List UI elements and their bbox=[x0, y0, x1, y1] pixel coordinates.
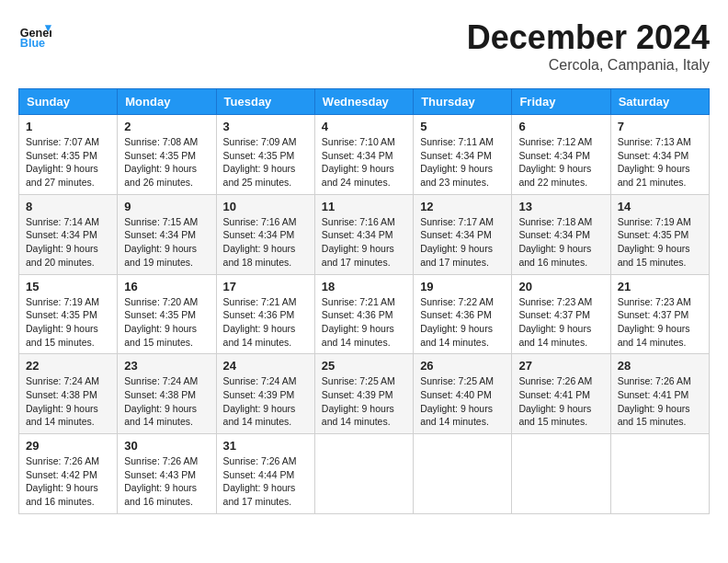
day-info: Sunrise: 7:21 AMSunset: 4:36 PMDaylight:… bbox=[223, 295, 308, 350]
day-info: Sunrise: 7:10 AMSunset: 4:34 PMDaylight:… bbox=[322, 135, 406, 190]
day-cell-22: 22Sunrise: 7:24 AMSunset: 4:38 PMDayligh… bbox=[19, 354, 118, 434]
day-info: Sunrise: 7:12 AMSunset: 4:34 PMDaylight:… bbox=[518, 135, 603, 190]
day-number: 7 bbox=[618, 120, 702, 133]
day-info: Sunrise: 7:11 AMSunset: 4:34 PMDaylight:… bbox=[420, 135, 505, 190]
empty-cell bbox=[314, 434, 413, 514]
day-cell-8: 8Sunrise: 7:14 AMSunset: 4:34 PMDaylight… bbox=[19, 194, 118, 274]
day-cell-17: 17Sunrise: 7:21 AMSunset: 4:36 PMDayligh… bbox=[216, 274, 314, 354]
day-info: Sunrise: 7:08 AMSunset: 4:35 PMDaylight:… bbox=[124, 135, 209, 190]
day-cell-31: 31Sunrise: 7:26 AMSunset: 4:44 PMDayligh… bbox=[216, 434, 314, 514]
day-number: 27 bbox=[518, 359, 603, 373]
day-info: Sunrise: 7:24 AMSunset: 4:39 PMDaylight:… bbox=[223, 374, 308, 429]
day-number: 14 bbox=[618, 200, 702, 213]
title-block: December 2024 Cercola, Campania, Italy bbox=[467, 18, 710, 74]
calendar-week-1: 1Sunrise: 7:07 AMSunset: 4:35 PMDaylight… bbox=[19, 115, 710, 195]
calendar-week-2: 8Sunrise: 7:14 AMSunset: 4:34 PMDaylight… bbox=[19, 194, 710, 274]
day-cell-14: 14Sunrise: 7:19 AMSunset: 4:35 PMDayligh… bbox=[610, 194, 709, 274]
day-header-tuesday: Tuesday bbox=[216, 89, 314, 115]
calendar-week-4: 22Sunrise: 7:24 AMSunset: 4:38 PMDayligh… bbox=[19, 354, 710, 434]
logo-icon: General Blue bbox=[18, 18, 51, 52]
day-number: 22 bbox=[26, 359, 110, 373]
day-cell-24: 24Sunrise: 7:24 AMSunset: 4:39 PMDayligh… bbox=[216, 354, 314, 434]
day-cell-13: 13Sunrise: 7:18 AMSunset: 4:34 PMDayligh… bbox=[512, 194, 610, 274]
day-header-sunday: Sunday bbox=[19, 89, 118, 115]
day-number: 20 bbox=[518, 280, 603, 293]
day-cell-20: 20Sunrise: 7:23 AMSunset: 4:37 PMDayligh… bbox=[512, 274, 610, 354]
day-cell-4: 4Sunrise: 7:10 AMSunset: 4:34 PMDaylight… bbox=[314, 115, 413, 195]
day-number: 26 bbox=[420, 359, 505, 373]
day-number: 1 bbox=[26, 120, 110, 133]
day-info: Sunrise: 7:19 AMSunset: 4:35 PMDaylight:… bbox=[26, 295, 110, 350]
day-info: Sunrise: 7:15 AMSunset: 4:34 PMDaylight:… bbox=[124, 215, 209, 270]
day-cell-29: 29Sunrise: 7:26 AMSunset: 4:42 PMDayligh… bbox=[19, 434, 118, 514]
day-info: Sunrise: 7:13 AMSunset: 4:34 PMDaylight:… bbox=[618, 135, 702, 190]
day-number: 21 bbox=[618, 280, 702, 293]
day-info: Sunrise: 7:25 AMSunset: 4:40 PMDaylight:… bbox=[420, 374, 505, 429]
day-info: Sunrise: 7:24 AMSunset: 4:38 PMDaylight:… bbox=[124, 374, 209, 429]
day-cell-28: 28Sunrise: 7:26 AMSunset: 4:41 PMDayligh… bbox=[610, 354, 709, 434]
day-number: 4 bbox=[322, 120, 406, 133]
day-info: Sunrise: 7:26 AMSunset: 4:41 PMDaylight:… bbox=[518, 374, 603, 429]
logo: General Blue bbox=[18, 18, 55, 52]
day-cell-10: 10Sunrise: 7:16 AMSunset: 4:34 PMDayligh… bbox=[216, 194, 314, 274]
day-info: Sunrise: 7:20 AMSunset: 4:35 PMDaylight:… bbox=[124, 295, 209, 350]
day-info: Sunrise: 7:07 AMSunset: 4:35 PMDaylight:… bbox=[26, 135, 110, 190]
day-number: 5 bbox=[420, 120, 505, 133]
day-cell-27: 27Sunrise: 7:26 AMSunset: 4:41 PMDayligh… bbox=[512, 354, 610, 434]
day-number: 18 bbox=[322, 280, 406, 293]
day-number: 16 bbox=[124, 280, 209, 293]
day-cell-12: 12Sunrise: 7:17 AMSunset: 4:34 PMDayligh… bbox=[414, 194, 512, 274]
day-info: Sunrise: 7:26 AMSunset: 4:43 PMDaylight:… bbox=[124, 454, 209, 509]
day-cell-26: 26Sunrise: 7:25 AMSunset: 4:40 PMDayligh… bbox=[414, 354, 512, 434]
day-cell-11: 11Sunrise: 7:16 AMSunset: 4:34 PMDayligh… bbox=[314, 194, 413, 274]
day-info: Sunrise: 7:17 AMSunset: 4:34 PMDaylight:… bbox=[420, 215, 505, 270]
location: Cercola, Campania, Italy bbox=[467, 57, 710, 74]
day-number: 23 bbox=[124, 359, 209, 373]
day-cell-16: 16Sunrise: 7:20 AMSunset: 4:35 PMDayligh… bbox=[118, 274, 216, 354]
day-cell-18: 18Sunrise: 7:21 AMSunset: 4:36 PMDayligh… bbox=[314, 274, 413, 354]
day-info: Sunrise: 7:18 AMSunset: 4:34 PMDaylight:… bbox=[518, 215, 603, 270]
calendar-table: SundayMondayTuesdayWednesdayThursdayFrid… bbox=[18, 88, 710, 514]
day-info: Sunrise: 7:14 AMSunset: 4:34 PMDaylight:… bbox=[26, 215, 110, 270]
day-info: Sunrise: 7:26 AMSunset: 4:42 PMDaylight:… bbox=[26, 454, 110, 509]
day-number: 9 bbox=[124, 200, 209, 213]
day-cell-6: 6Sunrise: 7:12 AMSunset: 4:34 PMDaylight… bbox=[512, 115, 610, 195]
day-cell-3: 3Sunrise: 7:09 AMSunset: 4:35 PMDaylight… bbox=[216, 115, 314, 195]
day-header-monday: Monday bbox=[118, 89, 216, 115]
day-info: Sunrise: 7:19 AMSunset: 4:35 PMDaylight:… bbox=[618, 215, 702, 270]
day-cell-30: 30Sunrise: 7:26 AMSunset: 4:43 PMDayligh… bbox=[118, 434, 216, 514]
day-number: 28 bbox=[618, 359, 702, 373]
day-info: Sunrise: 7:22 AMSunset: 4:36 PMDaylight:… bbox=[420, 295, 505, 350]
day-cell-2: 2Sunrise: 7:08 AMSunset: 4:35 PMDaylight… bbox=[118, 115, 216, 195]
day-header-saturday: Saturday bbox=[610, 89, 709, 115]
day-number: 2 bbox=[124, 120, 209, 133]
day-cell-7: 7Sunrise: 7:13 AMSunset: 4:34 PMDaylight… bbox=[610, 115, 709, 195]
day-info: Sunrise: 7:23 AMSunset: 4:37 PMDaylight:… bbox=[618, 295, 702, 350]
day-number: 12 bbox=[420, 200, 505, 213]
month-title: December 2024 bbox=[467, 18, 710, 57]
day-number: 11 bbox=[322, 200, 406, 213]
day-header-thursday: Thursday bbox=[414, 89, 512, 115]
empty-cell bbox=[414, 434, 512, 514]
day-number: 24 bbox=[223, 359, 308, 373]
page-header: General Blue December 2024 Cercola, Camp… bbox=[18, 18, 710, 74]
day-info: Sunrise: 7:09 AMSunset: 4:35 PMDaylight:… bbox=[223, 135, 308, 190]
day-number: 25 bbox=[322, 359, 406, 373]
day-number: 19 bbox=[420, 280, 505, 293]
day-number: 15 bbox=[26, 280, 110, 293]
day-cell-25: 25Sunrise: 7:25 AMSunset: 4:39 PMDayligh… bbox=[314, 354, 413, 434]
day-number: 30 bbox=[124, 439, 209, 453]
day-info: Sunrise: 7:26 AMSunset: 4:41 PMDaylight:… bbox=[618, 374, 702, 429]
day-number: 8 bbox=[26, 200, 110, 213]
day-cell-15: 15Sunrise: 7:19 AMSunset: 4:35 PMDayligh… bbox=[19, 274, 118, 354]
day-number: 13 bbox=[518, 200, 603, 213]
day-number: 3 bbox=[223, 120, 308, 133]
day-info: Sunrise: 7:16 AMSunset: 4:34 PMDaylight:… bbox=[322, 215, 406, 270]
day-info: Sunrise: 7:26 AMSunset: 4:44 PMDaylight:… bbox=[223, 454, 308, 509]
day-info: Sunrise: 7:16 AMSunset: 4:34 PMDaylight:… bbox=[223, 215, 308, 270]
day-header-wednesday: Wednesday bbox=[314, 89, 413, 115]
day-cell-19: 19Sunrise: 7:22 AMSunset: 4:36 PMDayligh… bbox=[414, 274, 512, 354]
day-number: 31 bbox=[223, 439, 308, 453]
day-number: 17 bbox=[223, 280, 308, 293]
day-cell-1: 1Sunrise: 7:07 AMSunset: 4:35 PMDaylight… bbox=[19, 115, 118, 195]
